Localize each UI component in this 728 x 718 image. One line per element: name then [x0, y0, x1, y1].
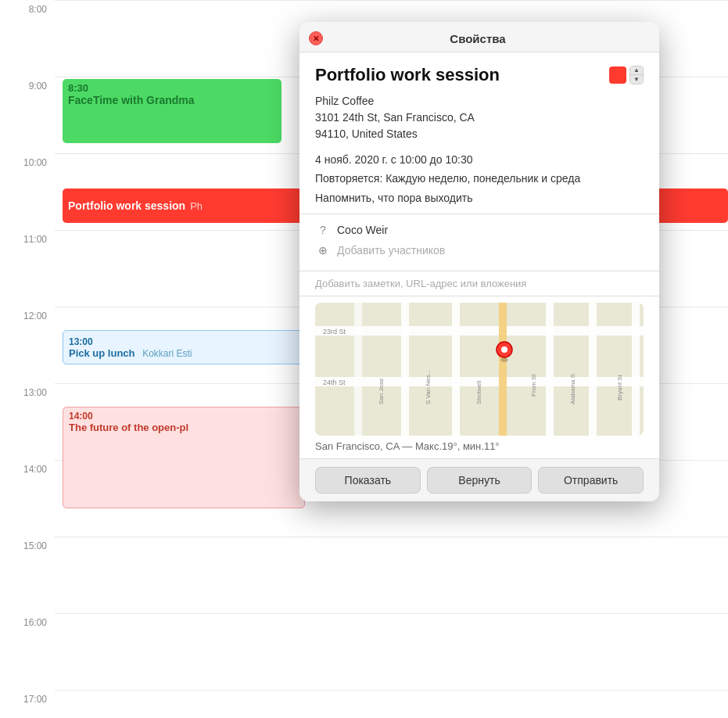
time-column: 8:009:0010:0011:0012:0013:0014:0015:0016…	[0, 0, 55, 718]
color-square[interactable]	[609, 66, 626, 84]
grid-line-9	[55, 690, 728, 691]
facetime-event-title: FaceTime with Grandma	[68, 94, 276, 106]
popup-location-line2: 3101 24th St, San Francisco, CA	[315, 109, 644, 126]
popup-attendees: ? Coco Weir ⊕ Добавить участников	[299, 214, 659, 271]
stepper-down[interactable]: ▼	[630, 75, 643, 84]
close-button[interactable]	[309, 31, 323, 45]
svg-rect-5	[354, 303, 362, 436]
lunch-event-time: 13:00	[69, 336, 192, 347]
popup-title: Свойства	[329, 32, 626, 45]
svg-rect-9	[452, 303, 460, 436]
time-label-1400: 14:00	[0, 464, 55, 475]
popup-body: Portfolio work session ▲ ▼ Philz Coffee …	[299, 52, 659, 214]
popup-location-line1: Philz Coffee	[315, 93, 644, 109]
popup-event-title-row: Portfolio work session ▲ ▼	[315, 65, 644, 85]
popup-location-line3: 94110, United States	[315, 126, 644, 142]
event-popup: Свойства Portfolio work session ▲ ▼ Phil…	[299, 22, 659, 501]
time-label-1300: 13:00	[0, 387, 55, 398]
time-label-800: 8:00	[0, 4, 55, 15]
facetime-event-time: 8:30	[68, 82, 276, 94]
svg-rect-11	[499, 303, 507, 436]
color-stepper[interactable]: ▲ ▼	[629, 66, 644, 84]
svg-text:From St: From St	[530, 374, 537, 397]
back-button[interactable]: Вернуть	[427, 467, 533, 494]
time-label-1200: 12:00	[0, 311, 55, 321]
question-icon: ?	[315, 222, 331, 238]
lunch-event-title: Pick up lunch	[69, 347, 135, 359]
svg-text:San Jose: San Jose	[378, 378, 385, 404]
popup-datetime: 4 нояб. 2020 г. с 10:00 до 10:30	[315, 153, 644, 166]
color-group: ▲ ▼	[609, 66, 644, 84]
svg-text:Bryant St: Bryant St	[616, 374, 623, 400]
time-label-1700: 17:00	[0, 694, 55, 705]
svg-point-21	[500, 357, 508, 362]
svg-rect-13	[546, 303, 554, 436]
send-button[interactable]: Отправить	[538, 467, 644, 494]
grid-line-0	[55, 0, 728, 1]
popup-map-container: 23rd St 24th St San Jose S Van Nes... Sh…	[299, 296, 659, 436]
popup-event-title: Portfolio work session	[315, 65, 500, 85]
map[interactable]: 23rd St 24th St San Jose S Van Nes... Sh…	[315, 303, 644, 436]
svg-text:23rd St: 23rd St	[323, 328, 346, 336]
svg-text:Alabama S: Alabama S	[569, 374, 576, 404]
popup-reminder: Напомнить, что пора выходить	[315, 192, 644, 204]
svg-rect-7	[401, 303, 409, 436]
lunch-event-sub: Kokkari Esti	[142, 348, 192, 359]
time-label-1000: 10:00	[0, 157, 55, 168]
time-label-1500: 15:00	[0, 540, 55, 551]
svg-rect-15	[589, 303, 597, 436]
add-attendee-label: Добавить участников	[337, 244, 445, 257]
facetime-event[interactable]: 8:30 FaceTime with Grandma	[63, 79, 282, 143]
popup-repeat: Повторяется: Каждую неделю, понедельник …	[315, 171, 644, 187]
time-label-1600: 16:00	[0, 617, 55, 628]
popup-footer: Показать Вернуть Отправить	[299, 459, 659, 501]
show-button[interactable]: Показать	[315, 467, 421, 494]
svg-text:S Van Nes...: S Van Nes...	[425, 370, 432, 404]
future-event-title: The future of the open-pl	[69, 422, 299, 433]
lunch-event[interactable]: 13:00 Pick up lunch Kokkari Esti	[63, 330, 305, 364]
popup-notes[interactable]: Добавить заметки, URL-адрес или вложения	[299, 271, 659, 296]
future-event[interactable]: 14:00 The future of the open-pl	[63, 407, 305, 508]
stepper-up[interactable]: ▲	[630, 66, 643, 75]
add-attendee-row[interactable]: ⊕ Добавить участников	[315, 242, 644, 258]
portfolio-event-title: Portfolio work session	[68, 199, 185, 212]
portfolio-event[interactable]: Portfolio work session Ph	[63, 188, 305, 223]
attendee-name: Coco Weir	[337, 224, 388, 236]
svg-text:Shotwell: Shotwell	[475, 381, 482, 404]
time-label-1100: 11:00	[0, 234, 55, 245]
svg-text:24th St: 24th St	[323, 379, 346, 386]
grid-line-8	[55, 613, 728, 614]
portfolio-event-sub: Ph	[190, 200, 203, 212]
svg-rect-17	[632, 303, 640, 436]
popup-header: Свойства	[299, 22, 659, 52]
add-icon: ⊕	[315, 242, 331, 258]
time-label-900: 9:00	[0, 81, 55, 92]
future-event-time: 14:00	[69, 411, 299, 422]
weather-text: San Francisco, CA — Макс.19°, мин.11°	[315, 440, 500, 452]
notes-placeholder: Добавить заметки, URL-адрес или вложения	[315, 278, 644, 289]
svg-point-20	[501, 346, 507, 353]
popup-location: Philz Coffee 3101 24th St, San Francisco…	[315, 93, 644, 142]
attendee-row: ? Coco Weir	[315, 222, 644, 238]
grid-line-7	[55, 537, 728, 537]
map-weather: San Francisco, CA — Макс.19°, мин.11°	[299, 436, 659, 459]
